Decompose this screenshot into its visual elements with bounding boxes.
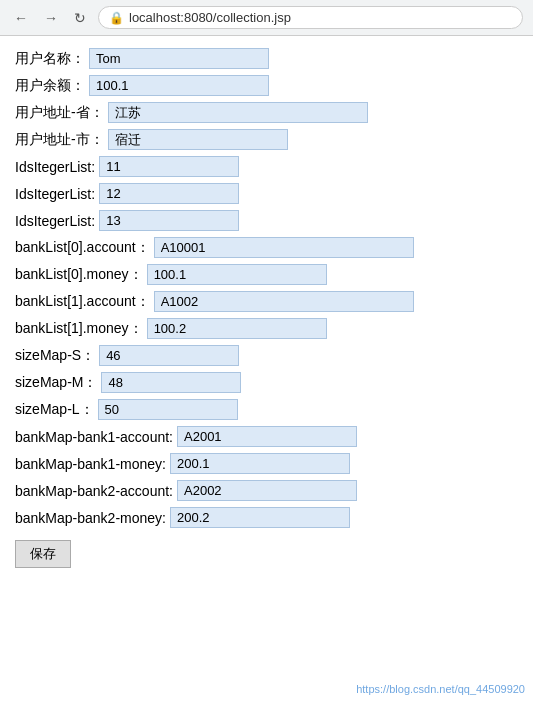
bankmap-bank1-account-row: bankMap-bank1-account: [15,426,518,447]
ids-list-row-2: IdsItegerList: [15,183,518,204]
url-text: localhost:8080/collection.jsp [129,10,291,25]
city-input[interactable] [108,129,288,150]
ids-list-label-2: IdsItegerList: [15,186,95,202]
balance-input[interactable] [89,75,269,96]
bank1-account-input[interactable] [154,291,414,312]
sizeL-row: sizeMap-L： [15,399,518,420]
ids-list-label-3: IdsItegerList: [15,213,95,229]
bank0-account-label: bankList[0].account： [15,239,150,257]
bank1-account-label: bankList[1].account： [15,293,150,311]
bankmap-bank1-money-label: bankMap-bank1-money: [15,456,166,472]
username-label: 用户名称： [15,50,85,68]
sizeS-input[interactable] [99,345,239,366]
bankmap-bank2-money-input[interactable] [170,507,350,528]
city-row: 用户地址-市： [15,129,518,150]
bank1-account-row: bankList[1].account： [15,291,518,312]
save-row: 保存 [15,534,518,568]
bank1-money-label: bankList[1].money： [15,320,143,338]
bankmap-bank2-account-row: bankMap-bank2-account: [15,480,518,501]
sizeS-label: sizeMap-S： [15,347,95,365]
bank0-money-row: bankList[0].money： [15,264,518,285]
city-label: 用户地址-市： [15,131,104,149]
back-button[interactable]: ← [10,8,32,28]
bankmap-bank1-money-row: bankMap-bank1-money: [15,453,518,474]
sizeL-label: sizeMap-L： [15,401,94,419]
lock-icon: 🔒 [109,11,124,25]
bank0-account-input[interactable] [154,237,414,258]
reload-button[interactable]: ↻ [70,8,90,28]
sizeM-label: sizeMap-M： [15,374,97,392]
bankmap-bank2-money-row: bankMap-bank2-money: [15,507,518,528]
sizeM-row: sizeMap-M： [15,372,518,393]
province-input[interactable] [108,102,368,123]
ids-list-input-1[interactable] [99,156,239,177]
bankmap-bank1-account-input[interactable] [177,426,357,447]
forward-button[interactable]: → [40,8,62,28]
province-label: 用户地址-省： [15,104,104,122]
bank0-account-row: bankList[0].account： [15,237,518,258]
bank0-money-input[interactable] [147,264,327,285]
username-row: 用户名称： [15,48,518,69]
watermark: https://blog.csdn.net/qq_44509920 [356,683,525,695]
ids-list-row-3: IdsItegerList: [15,210,518,231]
bank0-money-label: bankList[0].money： [15,266,143,284]
page-content: 用户名称： 用户余额： 用户地址-省： 用户地址-市： IdsItegerLis… [0,36,533,580]
bankmap-bank1-account-label: bankMap-bank1-account: [15,429,173,445]
save-button[interactable]: 保存 [15,540,71,568]
ids-list-row-1: IdsItegerList: [15,156,518,177]
ids-list-input-2[interactable] [99,183,239,204]
bank1-money-input[interactable] [147,318,327,339]
bank1-money-row: bankList[1].money： [15,318,518,339]
ids-list-label-1: IdsItegerList: [15,159,95,175]
bankmap-bank2-account-input[interactable] [177,480,357,501]
bankmap-bank1-money-input[interactable] [170,453,350,474]
sizeS-row: sizeMap-S： [15,345,518,366]
browser-chrome: ← → ↻ 🔒 localhost:8080/collection.jsp [0,0,533,36]
bankmap-bank2-money-label: bankMap-bank2-money: [15,510,166,526]
balance-row: 用户余额： [15,75,518,96]
address-bar: 🔒 localhost:8080/collection.jsp [98,6,523,29]
sizeL-input[interactable] [98,399,238,420]
province-row: 用户地址-省： [15,102,518,123]
bankmap-bank2-account-label: bankMap-bank2-account: [15,483,173,499]
ids-list-input-3[interactable] [99,210,239,231]
username-input[interactable] [89,48,269,69]
balance-label: 用户余额： [15,77,85,95]
sizeM-input[interactable] [101,372,241,393]
